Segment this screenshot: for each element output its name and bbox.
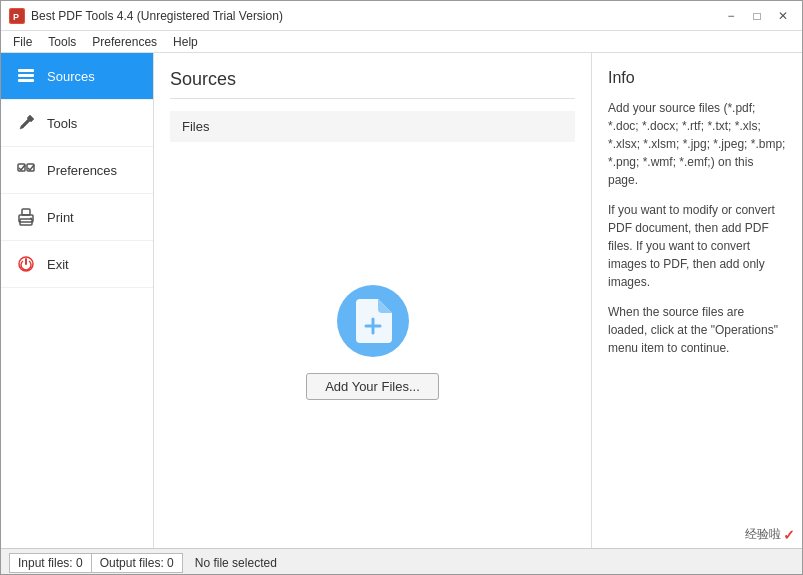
main-layout: Sources Tools Preferences bbox=[1, 53, 802, 548]
svg-point-10 bbox=[30, 218, 32, 220]
sidebar-item-sources[interactable]: Sources bbox=[1, 53, 153, 100]
file-icon-circle bbox=[337, 285, 409, 357]
sidebar-item-print[interactable]: Print bbox=[1, 194, 153, 241]
menu-help[interactable]: Help bbox=[165, 33, 206, 51]
sidebar-item-exit[interactable]: Exit bbox=[1, 241, 153, 288]
app-icon: P bbox=[9, 8, 25, 24]
close-button[interactable]: ✕ bbox=[772, 5, 794, 27]
input-files-status: Input files: 0 bbox=[9, 553, 92, 573]
sidebar-exit-label: Exit bbox=[47, 257, 69, 272]
maximize-button[interactable]: □ bbox=[746, 5, 768, 27]
sidebar-item-tools[interactable]: Tools bbox=[1, 100, 153, 147]
watermark-text: 经验啦 bbox=[745, 526, 781, 543]
sidebar-tools-label: Tools bbox=[47, 116, 77, 131]
watermark: 经验啦 ✓ bbox=[745, 526, 795, 543]
content-main: Sources Files Add Your Files... bbox=[154, 53, 802, 548]
status-bar: Input files: 0 Output files: 0 No file s… bbox=[1, 548, 802, 575]
svg-rect-2 bbox=[18, 69, 34, 72]
svg-rect-3 bbox=[18, 74, 34, 77]
menu-tools[interactable]: Tools bbox=[40, 33, 84, 51]
sources-icon bbox=[15, 65, 37, 87]
sidebar-preferences-label: Preferences bbox=[47, 163, 117, 178]
sidebar: Sources Tools Preferences bbox=[1, 53, 154, 548]
output-files-status: Output files: 0 bbox=[92, 553, 183, 573]
info-title: Info bbox=[608, 69, 786, 87]
preferences-icon bbox=[15, 159, 37, 181]
svg-rect-4 bbox=[18, 79, 34, 82]
sources-title: Sources bbox=[170, 69, 575, 99]
menu-preferences[interactable]: Preferences bbox=[84, 33, 165, 51]
sources-panel: Sources Files Add Your Files... bbox=[154, 53, 592, 548]
title-bar: P Best PDF Tools 4.4 (Unregistered Trial… bbox=[1, 1, 802, 31]
files-section-header: Files bbox=[170, 111, 575, 142]
content-area: Sources Files Add Your Files... bbox=[154, 53, 802, 548]
tools-icon bbox=[15, 112, 37, 134]
print-icon bbox=[15, 206, 37, 228]
menu-file[interactable]: File bbox=[5, 33, 40, 51]
menu-bar: File Tools Preferences Help bbox=[1, 31, 802, 53]
minimize-button[interactable]: − bbox=[720, 5, 742, 27]
sidebar-print-label: Print bbox=[47, 210, 74, 225]
window-title: Best PDF Tools 4.4 (Unregistered Trial V… bbox=[31, 9, 720, 23]
files-label: Files bbox=[182, 119, 209, 134]
exit-icon bbox=[15, 253, 37, 275]
info-text-1: Add your source files (*.pdf; *.doc; *.d… bbox=[608, 99, 786, 189]
svg-rect-8 bbox=[22, 209, 30, 215]
no-file-status: No file selected bbox=[187, 554, 285, 572]
info-text-2: If you want to modify or convert PDF doc… bbox=[608, 201, 786, 291]
sidebar-item-preferences[interactable]: Preferences bbox=[1, 147, 153, 194]
drop-area: Add Your Files... bbox=[170, 152, 575, 532]
watermark-check: ✓ bbox=[783, 527, 795, 543]
window-controls: − □ ✕ bbox=[720, 5, 794, 27]
sidebar-sources-label: Sources bbox=[47, 69, 95, 84]
svg-text:P: P bbox=[13, 12, 19, 22]
add-files-button[interactable]: Add Your Files... bbox=[306, 373, 439, 400]
info-panel: Info Add your source files (*.pdf; *.doc… bbox=[592, 53, 802, 548]
info-text-3: When the source files are loaded, click … bbox=[608, 303, 786, 357]
